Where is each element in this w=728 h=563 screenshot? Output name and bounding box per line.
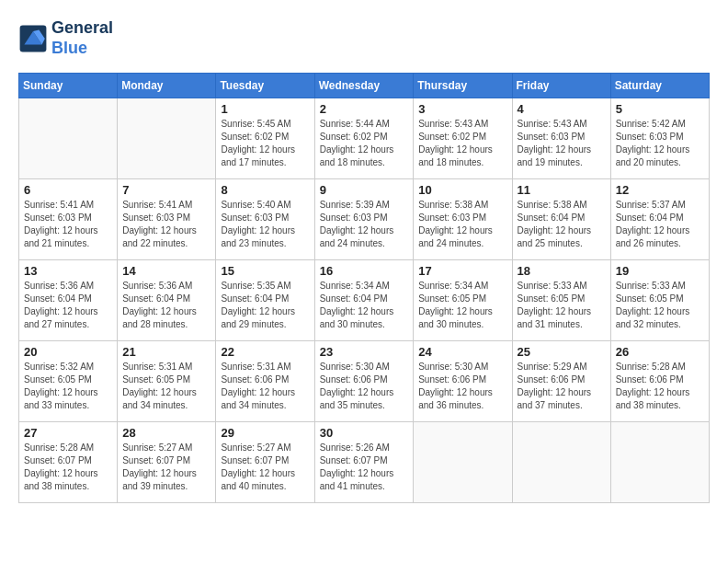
calendar-day-cell: 22Sunrise: 5:31 AM Sunset: 6:06 PM Dayli… (216, 341, 314, 422)
day-info: Sunrise: 5:33 AM Sunset: 6:05 PM Dayligh… (518, 280, 606, 331)
calendar-day-cell: 28Sunrise: 5:27 AM Sunset: 6:07 PM Dayli… (118, 422, 216, 503)
calendar-week-row: 6Sunrise: 5:41 AM Sunset: 6:03 PM Daylig… (19, 179, 710, 260)
day-info: Sunrise: 5:37 AM Sunset: 6:04 PM Dayligh… (616, 199, 704, 250)
day-number: 27 (24, 426, 112, 440)
calendar-day-cell: 5Sunrise: 5:42 AM Sunset: 6:03 PM Daylig… (610, 98, 709, 179)
calendar-day-cell: 21Sunrise: 5:31 AM Sunset: 6:05 PM Dayli… (118, 341, 216, 422)
calendar-day-cell: 8Sunrise: 5:40 AM Sunset: 6:03 PM Daylig… (216, 179, 314, 260)
day-number: 11 (518, 183, 606, 197)
day-of-week-header: Wednesday (314, 74, 414, 98)
calendar-day-cell: 2Sunrise: 5:44 AM Sunset: 6:02 PM Daylig… (314, 98, 414, 179)
day-info: Sunrise: 5:45 AM Sunset: 6:02 PM Dayligh… (221, 118, 309, 169)
calendar-day-cell (610, 422, 709, 503)
day-info: Sunrise: 5:26 AM Sunset: 6:07 PM Dayligh… (320, 442, 409, 493)
day-number: 23 (320, 345, 409, 359)
calendar-day-cell: 18Sunrise: 5:33 AM Sunset: 6:05 PM Dayli… (512, 260, 610, 341)
day-of-week-header: Thursday (414, 74, 512, 98)
calendar-week-row: 20Sunrise: 5:32 AM Sunset: 6:05 PM Dayli… (19, 341, 710, 422)
day-info: Sunrise: 5:43 AM Sunset: 6:03 PM Dayligh… (518, 118, 606, 169)
calendar-day-cell (19, 98, 118, 179)
calendar-day-cell: 4Sunrise: 5:43 AM Sunset: 6:03 PM Daylig… (512, 98, 610, 179)
day-info: Sunrise: 5:41 AM Sunset: 6:03 PM Dayligh… (122, 199, 210, 250)
logo: General Blue (18, 18, 113, 58)
calendar-day-cell: 11Sunrise: 5:38 AM Sunset: 6:04 PM Dayli… (512, 179, 610, 260)
calendar-day-cell: 16Sunrise: 5:34 AM Sunset: 6:04 PM Dayli… (314, 260, 414, 341)
calendar-day-cell: 6Sunrise: 5:41 AM Sunset: 6:03 PM Daylig… (19, 179, 118, 260)
logo-text: General Blue (51, 18, 113, 58)
day-of-week-header: Sunday (19, 74, 118, 98)
day-info: Sunrise: 5:27 AM Sunset: 6:07 PM Dayligh… (221, 442, 309, 493)
day-info: Sunrise: 5:34 AM Sunset: 6:04 PM Dayligh… (320, 280, 409, 331)
day-number: 5 (616, 102, 704, 116)
calendar-day-cell: 1Sunrise: 5:45 AM Sunset: 6:02 PM Daylig… (216, 98, 314, 179)
calendar-day-cell: 20Sunrise: 5:32 AM Sunset: 6:05 PM Dayli… (19, 341, 118, 422)
day-info: Sunrise: 5:31 AM Sunset: 6:05 PM Dayligh… (122, 361, 210, 412)
day-info: Sunrise: 5:36 AM Sunset: 6:04 PM Dayligh… (122, 280, 210, 331)
day-info: Sunrise: 5:34 AM Sunset: 6:05 PM Dayligh… (418, 280, 506, 331)
calendar-day-cell: 24Sunrise: 5:30 AM Sunset: 6:06 PM Dayli… (414, 341, 512, 422)
day-info: Sunrise: 5:41 AM Sunset: 6:03 PM Dayligh… (24, 199, 112, 250)
day-number: 15 (221, 264, 309, 278)
day-info: Sunrise: 5:32 AM Sunset: 6:05 PM Dayligh… (24, 361, 112, 412)
day-number: 8 (221, 183, 309, 197)
day-number: 10 (418, 183, 506, 197)
calendar-day-cell: 7Sunrise: 5:41 AM Sunset: 6:03 PM Daylig… (118, 179, 216, 260)
day-number: 22 (221, 345, 309, 359)
day-info: Sunrise: 5:43 AM Sunset: 6:02 PM Dayligh… (418, 118, 506, 169)
day-number: 2 (320, 102, 409, 116)
calendar-day-cell (512, 422, 610, 503)
page-header: General Blue (18, 18, 710, 58)
calendar-day-cell: 10Sunrise: 5:38 AM Sunset: 6:03 PM Dayli… (414, 179, 512, 260)
day-info: Sunrise: 5:35 AM Sunset: 6:04 PM Dayligh… (221, 280, 309, 331)
day-info: Sunrise: 5:28 AM Sunset: 6:06 PM Dayligh… (616, 361, 704, 412)
calendar-day-cell: 25Sunrise: 5:29 AM Sunset: 6:06 PM Dayli… (512, 341, 610, 422)
calendar-week-row: 1Sunrise: 5:45 AM Sunset: 6:02 PM Daylig… (19, 98, 710, 179)
day-number: 30 (320, 426, 409, 440)
day-number: 13 (24, 264, 112, 278)
day-info: Sunrise: 5:42 AM Sunset: 6:03 PM Dayligh… (616, 118, 704, 169)
calendar-week-row: 13Sunrise: 5:36 AM Sunset: 6:04 PM Dayli… (19, 260, 710, 341)
day-number: 25 (518, 345, 606, 359)
day-number: 4 (518, 102, 606, 116)
day-info: Sunrise: 5:38 AM Sunset: 6:03 PM Dayligh… (418, 199, 506, 250)
day-info: Sunrise: 5:27 AM Sunset: 6:07 PM Dayligh… (122, 442, 210, 493)
day-number: 21 (122, 345, 210, 359)
day-number: 6 (24, 183, 112, 197)
day-number: 28 (122, 426, 210, 440)
day-info: Sunrise: 5:33 AM Sunset: 6:05 PM Dayligh… (616, 280, 704, 331)
day-number: 17 (418, 264, 506, 278)
calendar-day-cell: 29Sunrise: 5:27 AM Sunset: 6:07 PM Dayli… (216, 422, 314, 503)
day-number: 19 (616, 264, 704, 278)
day-number: 12 (616, 183, 704, 197)
logo-icon (18, 24, 48, 53)
calendar-day-cell: 13Sunrise: 5:36 AM Sunset: 6:04 PM Dayli… (19, 260, 118, 341)
day-number: 7 (122, 183, 210, 197)
calendar-day-cell: 15Sunrise: 5:35 AM Sunset: 6:04 PM Dayli… (216, 260, 314, 341)
calendar-day-cell: 3Sunrise: 5:43 AM Sunset: 6:02 PM Daylig… (414, 98, 512, 179)
calendar-day-cell: 17Sunrise: 5:34 AM Sunset: 6:05 PM Dayli… (414, 260, 512, 341)
day-number: 24 (418, 345, 506, 359)
day-of-week-header: Saturday (610, 74, 709, 98)
day-number: 20 (24, 345, 112, 359)
day-of-week-header: Monday (118, 74, 216, 98)
day-number: 29 (221, 426, 309, 440)
day-number: 14 (122, 264, 210, 278)
day-of-week-header: Friday (512, 74, 610, 98)
day-number: 26 (616, 345, 704, 359)
calendar-day-cell: 14Sunrise: 5:36 AM Sunset: 6:04 PM Dayli… (118, 260, 216, 341)
day-info: Sunrise: 5:31 AM Sunset: 6:06 PM Dayligh… (221, 361, 309, 412)
calendar-day-cell: 12Sunrise: 5:37 AM Sunset: 6:04 PM Dayli… (610, 179, 709, 260)
calendar-day-cell: 26Sunrise: 5:28 AM Sunset: 6:06 PM Dayli… (610, 341, 709, 422)
day-number: 1 (221, 102, 309, 116)
day-info: Sunrise: 5:28 AM Sunset: 6:07 PM Dayligh… (24, 442, 112, 493)
calendar-table: SundayMondayTuesdayWednesdayThursdayFrid… (18, 73, 710, 503)
day-number: 18 (518, 264, 606, 278)
day-info: Sunrise: 5:30 AM Sunset: 6:06 PM Dayligh… (418, 361, 506, 412)
calendar-day-cell (118, 98, 216, 179)
day-info: Sunrise: 5:39 AM Sunset: 6:03 PM Dayligh… (320, 199, 409, 250)
day-info: Sunrise: 5:44 AM Sunset: 6:02 PM Dayligh… (320, 118, 409, 169)
day-info: Sunrise: 5:38 AM Sunset: 6:04 PM Dayligh… (518, 199, 606, 250)
calendar-day-cell (414, 422, 512, 503)
calendar-header-row: SundayMondayTuesdayWednesdayThursdayFrid… (19, 74, 710, 98)
day-number: 9 (320, 183, 409, 197)
